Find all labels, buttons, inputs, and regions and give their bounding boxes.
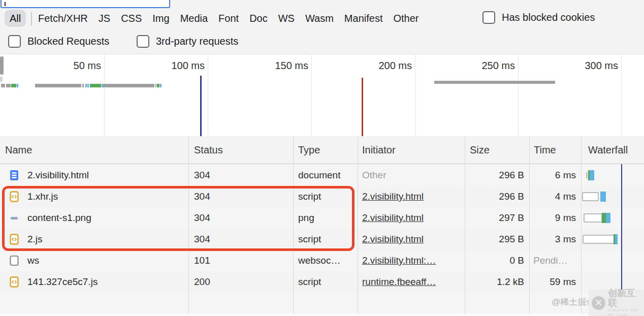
column-header-time[interactable]: Time	[534, 144, 556, 156]
empty-table-area	[0, 314, 644, 316]
network-activity-bar	[17, 84, 18, 87]
filter-js[interactable]: JS	[99, 13, 110, 24]
text-caret	[5, 2, 6, 6]
table-row[interactable]: 141.327ce5c7.js 200 script runtime.fbeea…	[0, 271, 644, 293]
document-icon	[10, 170, 19, 181]
network-activity-bar	[160, 84, 162, 87]
request-time: 6 ms	[533, 170, 576, 181]
column-divider[interactable]	[358, 136, 358, 314]
request-time: 3 ms	[533, 234, 576, 245]
request-status: 101	[194, 255, 210, 266]
tick-label: 100 ms	[171, 60, 205, 72]
column-header-type[interactable]: Type	[298, 144, 320, 156]
column-divider[interactable]	[581, 136, 582, 314]
request-status: 304	[194, 170, 210, 181]
column-header-name[interactable]: Name	[5, 144, 32, 156]
request-size: 296 B	[465, 170, 524, 181]
column-header-waterfall[interactable]: Waterfall	[588, 144, 628, 156]
request-initiator-link[interactable]: runtime.fbeeaff…	[362, 276, 462, 288]
overview-drag-handle[interactable]	[0, 56, 4, 75]
network-activity-bar	[11, 84, 16, 87]
overview-timeline[interactable]: 50 ms 100 ms 150 ms 200 ms 250 ms 300 ms	[0, 54, 644, 137]
watermark-brand: 创新互联	[608, 289, 644, 308]
toolbar-divider	[31, 12, 32, 25]
request-name: ws	[27, 255, 39, 266]
request-initiator-link[interactable]: 2.visibility.html	[362, 234, 462, 245]
column-divider[interactable]	[465, 136, 465, 314]
empty-table-stripe	[0, 293, 644, 314]
third-party-requests-label: 3rd-party requests	[156, 36, 238, 47]
request-initiator-link[interactable]: 2.visibility.html	[362, 212, 462, 224]
overview-drag-handle-small	[0, 77, 3, 82]
waterfall-bar	[606, 213, 610, 223]
third-party-requests-checkbox[interactable]	[137, 35, 149, 48]
filter-font[interactable]: Font	[218, 13, 239, 24]
load-event-marker	[362, 78, 363, 136]
gridline-150ms	[311, 54, 312, 136]
has-blocked-cookies-group: Has blocked cookies	[482, 11, 595, 24]
filter-fetch-xhr[interactable]: Fetch/XHR	[38, 13, 88, 24]
request-size: 0 B	[465, 255, 524, 266]
domcontentloaded-marker	[200, 76, 202, 136]
filter-all[interactable]: All	[5, 10, 26, 27]
tick-label: 50 ms	[74, 60, 101, 72]
third-party-requests-group: 3rd-party requests	[137, 35, 238, 48]
tick-label: 300 ms	[585, 60, 618, 72]
websocket-icon	[10, 255, 19, 266]
column-header-initiator[interactable]: Initiator	[362, 144, 396, 156]
request-size: 297 B	[465, 212, 524, 224]
request-time: Pendi…	[533, 255, 568, 266]
request-type: script	[298, 276, 321, 288]
request-name: 141.327ce5c7.js	[27, 276, 98, 288]
filter-img[interactable]: Img	[152, 13, 169, 24]
filter-doc[interactable]: Doc	[249, 13, 268, 24]
network-activity-bar	[157, 84, 159, 87]
blocked-requests-group: Blocked Requests	[8, 35, 109, 48]
table-row[interactable]: 2.visibility.html 304 document Other 296…	[0, 165, 644, 186]
network-activity-bar	[103, 84, 154, 87]
filter-ws[interactable]: WS	[278, 13, 295, 24]
filter-type-bar: Fetch/XHR JS CSS Img Media Font Doc WS W…	[38, 10, 418, 27]
watermark-logo-icon: ✕	[592, 296, 605, 310]
request-time: 9 ms	[533, 212, 576, 224]
request-status: 200	[194, 276, 210, 288]
request-size: 295 B	[465, 234, 524, 245]
tick-label: 250 ms	[481, 60, 515, 72]
gridline-250ms	[518, 54, 519, 136]
request-size: 296 B	[465, 191, 524, 202]
table-row[interactable]: ws 101 websoc… 2.visibility.html:… 0 B P…	[0, 250, 644, 271]
column-divider[interactable]	[529, 136, 530, 314]
waterfall-dcl-line	[621, 164, 622, 293]
filter-other[interactable]: Other	[393, 13, 418, 24]
request-type: websoc…	[298, 255, 340, 266]
filter-wasm[interactable]: Wasm	[305, 13, 334, 24]
waterfall-bar	[602, 213, 606, 223]
tick-label: 200 ms	[378, 60, 412, 72]
waterfall-bar	[590, 170, 594, 180]
column-header-size[interactable]: Size	[470, 144, 490, 156]
request-initiator-link[interactable]: 2.visibility.html	[362, 191, 462, 202]
request-type: document	[298, 170, 340, 181]
waterfall-bar	[583, 235, 615, 244]
waterfall-bar	[615, 234, 618, 244]
waterfall-bar	[586, 172, 588, 178]
network-activity-bar	[35, 84, 81, 87]
blocked-requests-checkbox[interactable]	[8, 35, 21, 48]
column-header-status[interactable]: Status	[194, 144, 223, 156]
waterfall-bar	[600, 192, 606, 202]
blocked-requests-label: Blocked Requests	[27, 36, 109, 47]
script-icon	[10, 276, 19, 288]
network-panel: All Fetch/XHR JS CSS Img Media Font Doc …	[0, 0, 644, 316]
table-header: Name Status Type Initiator Size Time Wat…	[0, 136, 644, 164]
request-initiator-link[interactable]: 2.visibility.html:…	[362, 255, 462, 266]
network-activity-bar	[82, 84, 84, 87]
gridline-200ms	[415, 54, 415, 136]
filter-css[interactable]: CSS	[121, 13, 142, 24]
request-time: 59 ms	[533, 276, 576, 288]
network-activity-bar	[6, 84, 11, 87]
has-blocked-cookies-checkbox[interactable]	[482, 11, 495, 24]
filter-input[interactable]	[1, 0, 170, 8]
network-activity-bar	[1, 84, 5, 87]
filter-manifest[interactable]: Manifest	[344, 13, 383, 24]
filter-media[interactable]: Media	[180, 13, 208, 24]
